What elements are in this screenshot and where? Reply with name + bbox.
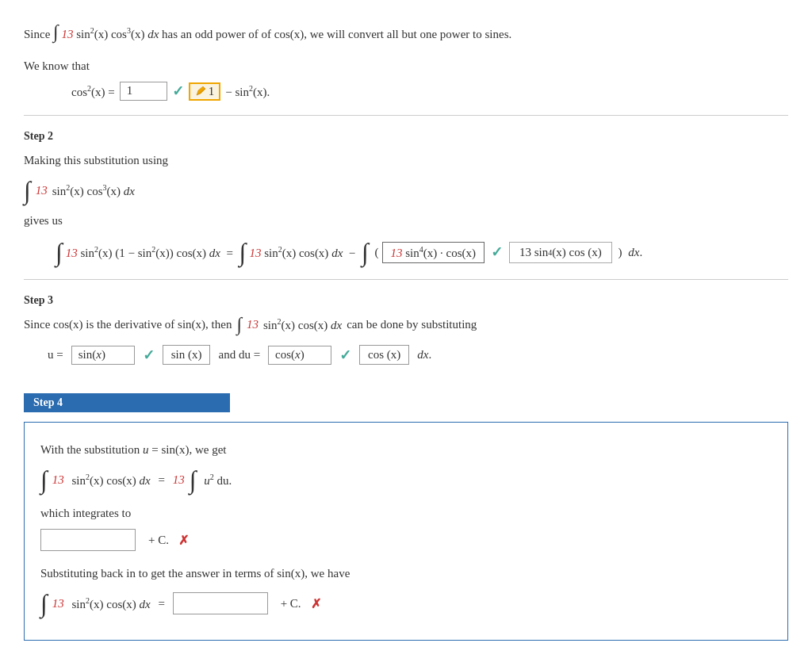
step2-eq-middle: 13 sin2(x) cos(x) dx − (249, 245, 358, 260)
step3-u-input[interactable]: sin(x) (71, 346, 135, 365)
weknow-text: We know that (24, 56, 788, 75)
step4-which-integrates: which integrates to (40, 503, 772, 522)
step2-coeff: 13 (36, 184, 48, 197)
since-text: Since (24, 28, 53, 40)
step4-final-plus-c: + C. (281, 597, 301, 610)
step2-inner-box: 13 sin4(x) · cos(x) (382, 242, 485, 263)
step4-eq-sign: = (155, 473, 168, 487)
step4-header: Step 4 (24, 393, 230, 412)
step2-checkmark: ✓ (491, 243, 503, 261)
divider-2 (24, 279, 788, 280)
intro-sin2: sin2(x) cos3(x) (76, 28, 147, 40)
step4-integral2: ∫ (190, 467, 197, 492)
cos2-checkmark: ✓ (172, 82, 184, 100)
step3-du-answer: cos (x) (359, 345, 409, 365)
step2-paren-open: ( (372, 246, 379, 259)
step4-final-input[interactable] (173, 592, 268, 614)
step4-final-row: ∫ 13 sin2(x) cos(x) dx = + C. ✗ (40, 591, 772, 616)
minus-sin2: − sin2(x). (225, 84, 270, 99)
step4-answer-row: + C. ✗ (40, 529, 772, 551)
step4-plus-c: + C. (148, 534, 169, 547)
step3-header: Step 3 (24, 294, 788, 307)
intro-cont: has an odd power of of cos(x), we will c… (162, 28, 511, 40)
step3-desc2: can be done by substituting (347, 318, 477, 331)
cos2-input-box[interactable]: 1 (120, 82, 167, 101)
step4-crossmark2: ✗ (311, 596, 321, 611)
step4-container: Step 4 With the substitution u = sin(x),… (24, 379, 788, 641)
step3-sin2cos-dx: sin2(x) cos(x) dx (263, 317, 342, 332)
step3-and-du: and du = (218, 348, 260, 362)
step4-final-coeff: 13 (52, 597, 64, 610)
step4-integral1: ∫ (40, 467, 48, 492)
intro-section: Since ∫ 13 sin2(x) cos3(x) dx has an odd… (24, 22, 788, 101)
step2-eq-integral2: ∫ (239, 239, 247, 265)
step3-integral-symbol: ∫ (236, 315, 242, 334)
step2-eq-integral3: ∫ (362, 239, 369, 265)
step2-outer-box[interactable]: 13 sin4 (x) cos (x) (509, 242, 612, 263)
cos2-equation: cos2(x) = 1 ✓ 1 − sin2(x). (71, 82, 788, 101)
step4-13: 13 (173, 473, 185, 487)
step4-u2du: u2 du. (201, 473, 232, 488)
step3-u-label: u = (48, 348, 63, 362)
step2-eq-left: 13 sin2(x) (1 − sin2(x)) cos(x) dx = (66, 245, 236, 260)
step4-desc3: Substituting back in to get the answer i… (40, 564, 772, 583)
step4-sin2cos-dx: sin2(x) cos(x) dx (69, 473, 151, 488)
step2-paren-close: ) (615, 246, 622, 259)
intro-dx: dx (147, 28, 159, 40)
cos2-pencil-box[interactable]: 1 (189, 82, 221, 101)
step2-integral-symbol: ∫ (24, 178, 31, 203)
step3-u-row: u = sin(x) ✓ sin (x) and du = cos(x) ✓ c… (48, 345, 788, 365)
step3-u-checkmark: ✓ (143, 346, 155, 364)
step3-section: Step 3 Since cos(x) is the derivative of… (24, 294, 788, 365)
gives-us-text: gives us (24, 211, 788, 230)
step4-answer-input[interactable] (40, 529, 136, 551)
step3-coeff: 13 (247, 318, 259, 331)
intro-coefficient: 13 (61, 28, 76, 40)
intro-line1: Since ∫ 13 sin2(x) cos3(x) dx has an odd… (24, 22, 788, 44)
step2-desc: Making this substitution using (24, 151, 788, 170)
step3-desc-row: Since cos(x) is the derivative of sin(x)… (24, 315, 788, 334)
pencil-icon (195, 86, 206, 97)
step3-desc1: Since cos(x) is the derivative of sin(x)… (24, 318, 232, 331)
step2-section: Step 2 Making this substitution using ∫ … (24, 130, 788, 265)
step2-expanded-eq: ∫ 13 sin2(x) (1 − sin2(x)) cos(x) dx = ∫… (56, 239, 788, 265)
step4-integral-eq: ∫ 13 sin2(x) cos(x) dx = 13 ∫ u2 du. (40, 467, 772, 492)
step4-coeff: 13 (52, 473, 64, 487)
intro-integral-symbol: ∫ (53, 21, 59, 42)
divider-1 (24, 115, 788, 116)
step2-integral-block: ∫ 13 sin2(x) cos3(x) dx (24, 178, 788, 203)
step3-u-answer: sin (x) (163, 345, 211, 365)
step4-box: With the substitution u = sin(x), we get… (24, 422, 788, 641)
step4-final-integral: ∫ (40, 591, 48, 616)
step2-sin2cos3: sin2(x) cos3(x) dx (52, 183, 135, 198)
step4-final-sin2cos: sin2(x) cos(x) dx (69, 596, 151, 611)
step3-du-input[interactable]: cos(x) (268, 346, 331, 365)
step4-crossmark1: ✗ (178, 533, 189, 548)
step2-dx: dx. (626, 246, 643, 259)
step3-du-checkmark: ✓ (339, 346, 351, 364)
step2-eq-integral1: ∫ (56, 239, 63, 265)
step4-desc1: With the substitution u = sin(x), we get (40, 440, 772, 459)
step4-final-eq: = (155, 597, 168, 610)
svg-marker-0 (197, 86, 205, 95)
step2-header: Step 2 (24, 130, 788, 143)
cos2-label: cos2(x) = (71, 84, 115, 99)
step3-dx: dx. (417, 348, 431, 362)
